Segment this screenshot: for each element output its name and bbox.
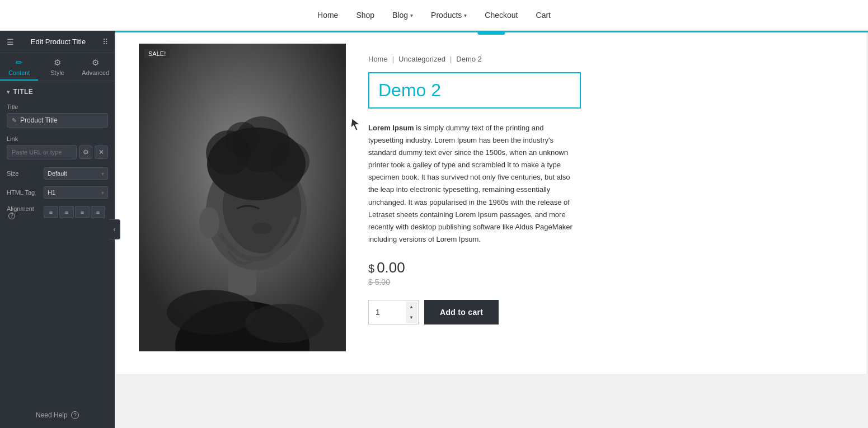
product-image-section: SALE! 🔍 [139, 44, 346, 351]
size-label: Size [7, 170, 40, 177]
svg-point-11 [252, 223, 272, 234]
nav-products[interactable]: Products [431, 11, 462, 20]
nav-cart[interactable]: Cart [536, 11, 551, 20]
pencil-icon: ✎ [12, 117, 17, 124]
top-navigation: Home Shop Blog ▾ Products ▾ Checkout Car… [0, 0, 868, 31]
svg-point-13 [245, 304, 323, 343]
size-field-group: Size Default ▾ [7, 167, 108, 180]
title-field-group: Title ✎ [7, 104, 108, 128]
svg-point-9 [270, 142, 309, 181]
style-tab-icon: ⚙ [54, 58, 61, 68]
align-justify-button[interactable]: ≡ [91, 206, 105, 218]
svg-point-4 [199, 207, 219, 238]
product-description: Lorem Ipsum is simply dummy text of the … [368, 122, 581, 246]
section-title-header[interactable]: ▾ Title [7, 88, 108, 96]
grid-icon[interactable]: ⠿ [102, 37, 108, 46]
product-title-box: Demo 2 [368, 72, 581, 109]
nav-products-dropdown[interactable]: Products ▾ [431, 11, 467, 20]
left-sidebar: ☰ Edit Product Title ⠿ ✏ Content ⚙ Style… [0, 31, 115, 428]
canvas-add-button[interactable]: + [482, 31, 486, 33]
advanced-tab-icon: ⚙ [92, 58, 99, 68]
nav-home[interactable]: Home [317, 11, 338, 20]
product-page: SALE! 🔍 [116, 32, 866, 374]
sidebar-title: Edit Product Title [31, 37, 86, 46]
align-right-button[interactable]: ≡ [75, 206, 90, 218]
canvas-highlight-bar: + ⠿ × [115, 31, 868, 32]
link-field-group: Link ⚙ ✕ [7, 135, 108, 159]
qty-up-button[interactable]: ▲ [406, 302, 417, 312]
page-content: SALE! 🔍 [116, 32, 866, 374]
html-tag-field-group: HTML Tag H1 ▾ [7, 186, 108, 199]
product-title: Demo 2 [378, 80, 571, 101]
link-input-wrap [7, 145, 77, 159]
currency-symbol: $ [368, 262, 374, 275]
canvas-area: + ⠿ × SALE! 🔍 [115, 31, 868, 428]
need-help-section: Need Help ? [0, 402, 115, 429]
content-tab-icon: ✏ [16, 58, 23, 68]
link-settings-button[interactable]: ⚙ [79, 145, 92, 159]
canvas-toolbar: + ⠿ × [477, 31, 505, 35]
link-row: ⚙ ✕ [7, 145, 108, 159]
blog-chevron-icon: ▾ [410, 12, 413, 18]
sidebar-header-right-icons: ⠿ [102, 37, 108, 46]
tab-advanced[interactable]: ⚙ Advanced [77, 53, 115, 81]
nav-blog[interactable]: Blog [392, 11, 408, 20]
nav-shop[interactable]: Shop [356, 11, 374, 20]
canvas-move-button[interactable]: ⠿ [489, 31, 494, 33]
breadcrumb-home[interactable]: Home [368, 55, 388, 63]
nav-checkout[interactable]: Checkout [485, 11, 518, 20]
html-tag-chevron-icon: ▾ [101, 190, 104, 196]
link-input[interactable] [12, 149, 72, 156]
current-price: $ 0.00 [368, 259, 844, 276]
price-section: $ 0.00 $ 5.00 [368, 259, 844, 286]
need-help-link[interactable]: Need Help ? [36, 411, 79, 419]
tab-style[interactable]: ⚙ Style [38, 53, 76, 81]
svg-point-12 [167, 290, 256, 335]
products-chevron-icon: ▾ [464, 12, 467, 18]
sidebar-tabs: ✏ Content ⚙ Style ⚙ Advanced [0, 53, 115, 81]
title-input[interactable] [20, 116, 103, 124]
canvas-close-button[interactable]: × [496, 31, 501, 33]
need-help-text: Need Help [36, 411, 68, 419]
breadcrumb-sep-2: | [450, 55, 452, 63]
section-collapse-icon: ▾ [7, 89, 10, 95]
sidebar-collapse-button[interactable]: ‹ [109, 219, 120, 239]
original-price: $ 5.00 [368, 278, 844, 286]
sidebar-header: ☰ Edit Product Title ⠿ [0, 31, 115, 53]
html-tag-label: HTML Tag [7, 189, 40, 196]
sidebar-header-left-icons: ☰ [7, 37, 14, 46]
align-left-button[interactable]: ≡ [44, 206, 58, 218]
breadcrumb-current: Demo 2 [456, 55, 482, 63]
quantity-input-wrap: ▲ ▼ [368, 300, 419, 324]
tab-content[interactable]: ✏ Content [0, 53, 38, 81]
link-field-label: Link [7, 135, 108, 142]
tab-content-label: Content [8, 69, 30, 76]
breadcrumb-category[interactable]: Uncategorized [398, 55, 445, 63]
main-layout: ☰ Edit Product Title ⠿ ✏ Content ⚙ Style… [0, 31, 868, 428]
tab-style-label: Style [50, 69, 64, 76]
sale-badge: SALE! [144, 49, 170, 58]
add-to-cart-button[interactable]: Add to cart [424, 300, 499, 324]
alignment-info-icon: ? [8, 213, 15, 219]
hamburger-icon[interactable]: ☰ [7, 37, 14, 46]
product-image [139, 44, 346, 351]
cart-row: ▲ ▼ Add to cart [368, 300, 844, 324]
sidebar-content: ▾ Title Title ✎ Link ⚙ ✕ [0, 81, 115, 402]
html-tag-value: H1 [48, 189, 55, 196]
breadcrumb: Home | Uncategorized | Demo 2 [368, 55, 844, 63]
quantity-spinners: ▲ ▼ [406, 302, 417, 323]
title-field-input-wrap: ✎ [7, 113, 108, 128]
size-select[interactable]: Default ▾ [44, 167, 108, 180]
price-value: 0.00 [377, 259, 405, 276]
product-details: Home | Uncategorized | Demo 2 Demo 2 Lor… [368, 44, 844, 351]
size-value: Default [48, 170, 67, 177]
nav-blog-dropdown[interactable]: Blog ▾ [392, 11, 413, 20]
size-chevron-icon: ▾ [101, 171, 104, 177]
title-field-label: Title [7, 104, 108, 110]
section-title-label: Title [13, 88, 34, 96]
link-remove-button[interactable]: ✕ [95, 145, 108, 159]
qty-down-button[interactable]: ▼ [406, 312, 417, 323]
html-tag-select[interactable]: H1 ▾ [44, 186, 108, 199]
align-center-button[interactable]: ≡ [59, 206, 74, 218]
breadcrumb-sep-1: | [392, 55, 394, 63]
